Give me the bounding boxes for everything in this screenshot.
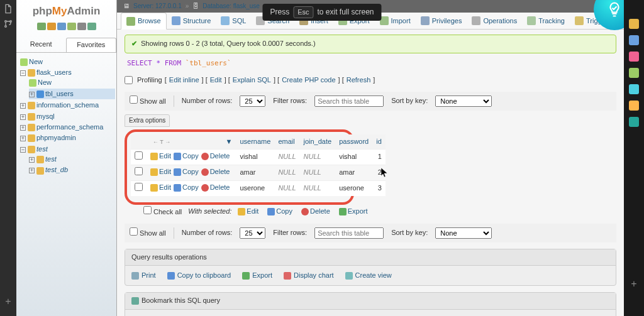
edit-link[interactable]: Edit [210,75,222,85]
tab-browse[interactable]: Browse [121,13,167,30]
profiling-checkbox[interactable] [125,76,133,84]
row-copy[interactable]: Copy [182,167,199,177]
tab-tracking[interactable]: Tracking [522,13,570,29]
docs-icon[interactable] [57,23,66,30]
cell-id[interactable]: 3 [372,181,386,197]
edit-inline-link[interactable]: Edit inline [169,75,199,85]
op-print[interactable]: Print [131,271,156,280]
cell-username[interactable]: userone [236,181,274,197]
files-icon[interactable] [3,4,13,14]
collapse-icon[interactable]: − [20,70,26,76]
cell-password[interactable]: vishal [335,149,372,165]
row-copy[interactable]: Copy [182,183,199,192]
tree-new[interactable]: New [29,58,43,65]
tree-test-sub[interactable]: test [45,155,57,163]
logout-icon[interactable] [47,23,56,30]
row-checkbox[interactable] [135,167,143,175]
tree-tbl-users[interactable]: tbl_users [45,90,74,97]
op-export[interactable]: Export [242,271,272,280]
row-edit[interactable]: Edit [159,167,171,177]
cell-join-date[interactable]: NULL [300,165,336,181]
ws-edit[interactable]: Edit [247,207,258,216]
tab-recent[interactable]: Recent [16,38,66,52]
branch-icon[interactable] [3,19,13,29]
row-edit[interactable]: Edit [159,183,171,192]
row-edit[interactable]: Edit [159,151,171,161]
refresh-icon[interactable] [87,23,96,30]
tab-favorites[interactable]: Favorites [66,38,117,52]
table-row[interactable]: EditCopyDeletevishalNULLNULLvishal1 [131,149,386,165]
expand-icon[interactable]: + [29,157,35,163]
tab-privileges[interactable]: Privileges [416,13,467,29]
op-chart[interactable]: Display chart [284,271,334,280]
op-copy-clipboard[interactable]: Copy to clipboard [167,271,231,280]
ws-delete[interactable]: Delete [310,207,330,216]
collapse-icon[interactable]: − [20,147,26,153]
tree-test-db[interactable]: test_db [45,166,68,173]
expand-icon[interactable]: + [20,136,26,141]
row-checkbox[interactable] [135,151,143,160]
cell-id[interactable]: 1 [372,149,386,165]
expand-icon[interactable]: + [29,92,35,97]
cell-join-date[interactable]: NULL [300,149,336,165]
explain-link[interactable]: Explain SQL [233,75,271,85]
cell-username[interactable]: amar [236,165,274,181]
row-delete[interactable]: Delete [210,151,230,161]
check-all-checkbox[interactable] [143,206,152,214]
tree-db-info[interactable]: information_schema [36,101,99,109]
show-all-checkbox-2[interactable] [130,227,138,236]
filter-input[interactable] [314,95,384,107]
reload-icon[interactable] [77,23,86,30]
row-delete[interactable]: Delete [210,183,230,192]
tree-db-perf[interactable]: performance_schema [36,123,103,131]
settings-icon[interactable] [67,23,76,30]
rail-icon[interactable] [629,19,639,29]
row-copy[interactable]: Copy [182,151,199,161]
cell-email[interactable]: NULL [274,181,299,197]
phpmyadmin-logo[interactable]: phpMyAdmin [16,3,116,20]
home-icon[interactable] [37,23,46,30]
database-tree[interactable]: New −flask_users New +tbl_users +informa… [16,53,116,180]
row-delete[interactable]: Delete [210,167,230,177]
rail-icon[interactable] [629,84,639,94]
col-email[interactable]: email [274,134,299,150]
add-icon[interactable]: + [631,277,636,291]
bc-server[interactable]: Server: 127.0.0.1 [133,2,182,11]
tab-sql[interactable]: SQL [216,13,251,29]
rail-icon[interactable] [629,35,639,45]
op-create-view[interactable]: Create view [345,271,392,280]
extra-options-toggle[interactable]: Extra options [125,114,170,127]
filter-input-2[interactable] [314,227,384,239]
sort-select-2[interactable]: None [435,227,492,239]
rail-icon[interactable] [629,117,639,127]
expand-icon[interactable]: + [29,168,35,173]
bc-database[interactable]: Database: flask_use [203,2,260,11]
rail-icon[interactable] [629,52,639,62]
cell-password[interactable]: amar [335,165,372,181]
ws-export[interactable]: Export [348,207,368,216]
cell-password[interactable]: userone [335,181,372,197]
tree-db-mysql[interactable]: mysql [36,112,55,120]
tab-structure[interactable]: Structure [167,13,216,29]
refresh-link[interactable]: Refresh [347,75,371,85]
cell-email[interactable]: NULL [274,149,299,165]
expand-icon[interactable]: + [20,103,26,109]
row-checkbox[interactable] [135,183,143,191]
col-join-date[interactable]: join_date [300,134,336,150]
expand-icon[interactable]: + [20,114,26,120]
col-username[interactable]: username [236,134,274,150]
tree-flask-new[interactable]: New [38,79,52,86]
tree-db-test[interactable]: test [36,145,48,153]
create-php-link[interactable]: Create PHP code [282,75,335,85]
show-all-checkbox[interactable] [130,95,138,104]
col-id[interactable]: id [372,134,386,150]
numrows-select-2[interactable]: 25 [240,227,265,239]
add-icon[interactable]: + [5,295,11,308]
cell-join-date[interactable]: NULL [300,181,336,197]
expand-icon[interactable]: + [20,125,26,131]
sort-select[interactable]: None [435,95,492,107]
nav-quick-icons[interactable] [16,20,116,35]
tree-db-pma[interactable]: phpmyadmin [36,134,76,141]
cell-email[interactable]: NULL [274,165,299,181]
table-row[interactable]: EditCopyDeleteamarNULLNULLamar2 [131,165,386,181]
